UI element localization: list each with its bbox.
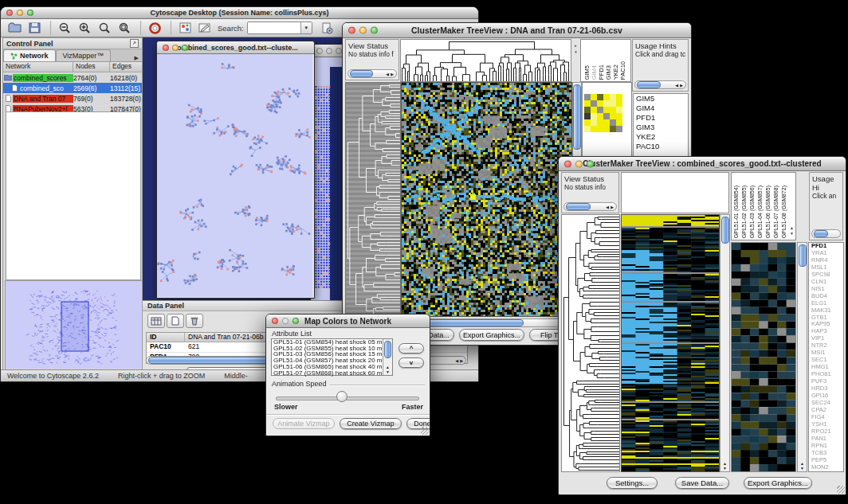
heatmap-vscrollbar[interactable]: ▲▼ <box>720 214 730 472</box>
save-session-button[interactable] <box>26 21 43 36</box>
scrollbar-thumb[interactable] <box>637 81 661 88</box>
slider-thumb[interactable] <box>336 391 347 402</box>
minimize-button[interactable] <box>17 10 23 16</box>
matrix-cell[interactable] <box>591 126 597 132</box>
column-header-id[interactable]: ID <box>147 333 185 342</box>
zoom-button[interactable] <box>336 48 342 54</box>
tab-vizmapper[interactable]: VizMapper™ <box>56 49 112 61</box>
view-status-scrollbar[interactable]: ◀▶ <box>563 202 617 211</box>
matrix-cell[interactable] <box>591 119 597 126</box>
resize-grip[interactable] <box>421 427 429 435</box>
matrix-cell[interactable] <box>584 107 591 113</box>
minimize-button[interactable] <box>326 48 332 54</box>
scrollbar-arrows[interactable]: ◀▶ <box>606 205 616 209</box>
matrix-cell[interactable] <box>616 94 622 100</box>
scrollbar-arrows[interactable]: ▲▼ <box>800 461 804 471</box>
column-dendrogram-panel[interactable] <box>621 172 729 213</box>
gene-list-item[interactable]: GIM5 <box>634 94 688 104</box>
similarity-matrix[interactable] <box>584 94 622 132</box>
zoom-out-icon[interactable] <box>56 21 73 36</box>
usage-hints-scrollbar[interactable]: ◀▶ <box>634 80 686 89</box>
matrix-cell[interactable] <box>610 94 616 100</box>
dialog-titlebar[interactable]: Map Colors to Network <box>266 315 430 328</box>
close-button[interactable] <box>348 27 355 34</box>
matrix-cell[interactable] <box>610 113 616 119</box>
close-button[interactable] <box>316 48 323 54</box>
create-vizmap-button[interactable]: Create Vizmap <box>340 418 402 429</box>
treeview2-titlebar[interactable]: ClusterMaker TreeView : combined_scores_… <box>559 157 846 171</box>
row-dendrogram-panel[interactable] <box>561 214 620 472</box>
matrix-cell[interactable] <box>584 94 591 100</box>
matrix-cell[interactable] <box>610 126 616 132</box>
matrix-cell[interactable] <box>584 126 591 132</box>
vizmapper-icon[interactable] <box>176 21 194 36</box>
splitter-arrows-icon[interactable]: ▸▾ <box>572 42 579 79</box>
heatmap-panel[interactable] <box>621 214 720 472</box>
matrix-cell[interactable] <box>616 113 622 119</box>
search-dropdown-arrow[interactable]: ▼ <box>300 22 312 33</box>
matrix-cell[interactable] <box>591 113 597 119</box>
matrix-cell[interactable] <box>603 100 610 107</box>
attribute-item[interactable]: GPL51-07 (GSM868) heat shock 60 min <box>272 370 392 377</box>
minimize-button[interactable] <box>575 160 583 167</box>
scrollbar-thumb[interactable] <box>721 217 729 244</box>
delete-attribute-icon[interactable] <box>186 314 203 328</box>
zoom-button[interactable] <box>292 318 299 324</box>
settings-button[interactable]: Settings... <box>607 477 658 489</box>
search-input[interactable]: ▼ <box>247 21 312 34</box>
matrix-cell[interactable] <box>591 94 597 100</box>
view-status-scrollbar[interactable]: ◀▶ <box>347 69 397 78</box>
scrollbar-thumb[interactable] <box>566 203 591 210</box>
close-button[interactable] <box>272 318 278 324</box>
matrix-cell[interactable] <box>616 126 622 132</box>
cytoscape-titlebar[interactable]: Cytoscape Desktop (Session Name: collins… <box>1 7 478 19</box>
matrix-cell[interactable] <box>603 94 610 100</box>
scrollbar-thumb[interactable] <box>799 244 807 267</box>
matrix-cell[interactable] <box>616 107 622 113</box>
close-button[interactable] <box>564 160 571 167</box>
matrix-cell[interactable] <box>616 119 622 126</box>
animation-speed-slider[interactable] <box>276 397 419 400</box>
matrix-cell[interactable] <box>591 107 597 113</box>
scrollbar-thumb[interactable] <box>573 84 581 150</box>
network-overview-panel[interactable] <box>5 280 143 371</box>
scrollbar-thumb[interactable] <box>350 70 373 77</box>
zoom-button[interactable] <box>182 45 188 51</box>
matrix-cell[interactable] <box>603 119 610 126</box>
matrix-cell[interactable] <box>603 107 610 113</box>
save-data-button[interactable]: Save Data... <box>675 477 729 489</box>
open-session-button[interactable] <box>6 21 23 36</box>
resize-grip[interactable] <box>837 486 845 494</box>
gene-list-panel[interactable]: PFD1YRA1RNR4MSL1SPC98CLN1NIS1BUD4ELG1MAK… <box>808 242 844 472</box>
zoom-heatmap-panel[interactable] <box>731 242 796 472</box>
matrix-cell[interactable] <box>603 126 610 132</box>
matrix-cell[interactable] <box>603 113 610 119</box>
matrix-cell[interactable] <box>597 107 603 113</box>
scrollbar-arrows[interactable]: ◀▶ <box>386 72 396 76</box>
column-labels-panel[interactable]: GIM5GIM4PFD1GIM3YKE2PAC10 <box>580 39 631 82</box>
matrix-cell[interactable] <box>610 119 616 126</box>
gene-list-item[interactable]: GIM3 <box>634 123 688 132</box>
gene-list-item[interactable]: PAC10 <box>634 142 688 151</box>
zoom-button[interactable] <box>27 10 33 16</box>
zoom-button[interactable] <box>587 160 594 167</box>
column-dendrogram-panel[interactable] <box>400 39 571 82</box>
help-lifering-icon[interactable] <box>146 21 163 36</box>
new-attribute-icon[interactable] <box>167 314 184 328</box>
matrix-cell[interactable] <box>597 100 603 107</box>
minimize-button[interactable] <box>359 27 367 34</box>
scrollbar-arrows[interactable]: ▲▼ <box>386 365 390 375</box>
network-table-row[interactable]: DNA and Tran 07769(0)183728(0) <box>3 93 142 104</box>
scrollbar-thumb[interactable] <box>814 230 828 237</box>
gene-list-item[interactable]: MON2 <box>809 464 843 471</box>
gene-list-item[interactable]: YKE2 <box>634 132 688 142</box>
zoom-in-icon[interactable] <box>76 21 93 36</box>
usage-hints-scrollbar[interactable] <box>811 229 841 238</box>
matrix-cell[interactable] <box>597 94 603 100</box>
scrollbar-arrows[interactable]: ◀▶ <box>455 358 465 363</box>
tab-network[interactable]: Network <box>3 49 56 61</box>
scrollbar-arrows[interactable]: ▲▼ <box>723 461 727 471</box>
move-down-button[interactable]: v <box>398 357 424 368</box>
matrix-cell[interactable] <box>584 119 591 126</box>
float-panel-icon[interactable]: ↗ <box>130 39 139 48</box>
